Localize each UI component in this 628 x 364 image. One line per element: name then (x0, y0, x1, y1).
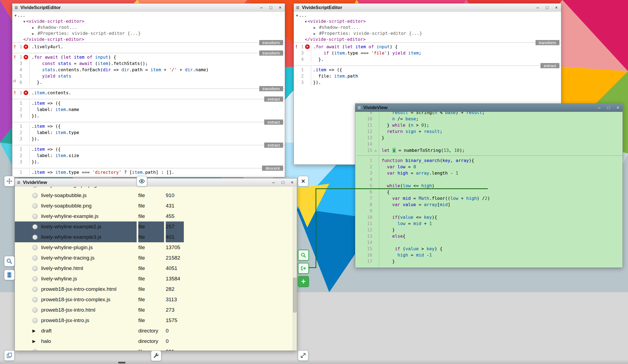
close-button[interactable]: × (615, 104, 620, 112)
menu-icon[interactable]: ≡ (17, 178, 20, 187)
list-item[interactable]: lively-whyline.htmlfile4051 (15, 263, 293, 274)
maximize-button[interactable]: □ (606, 104, 611, 112)
script-step-editor[interactable]: transform!1×.for await (let item of inpu… (294, 42, 561, 63)
code-block[interactable]: 1function binary_search(key, array){2 va… (357, 155, 623, 265)
file-icon (32, 308, 38, 313)
file-icon (32, 318, 38, 323)
code-line: 3}). (12, 136, 285, 142)
maximize-button[interactable]: □ (280, 178, 285, 187)
tree-node[interactable]: </vivide-script-editor> (12, 36, 285, 42)
list-item[interactable]: lively-whyline.jsfile13584 (15, 274, 293, 284)
dataflow-connection-line (316, 188, 316, 268)
minimize-button[interactable]: – (259, 4, 264, 12)
script-step-editor[interactable]: extract1.item => ({2 file: item.path3}). (294, 66, 561, 86)
file-list: lively-module-graph.pngfile4104lively-so… (15, 187, 293, 351)
titlebar[interactable]: ≡ VivideScriptEditor – □ × (12, 4, 285, 12)
list-item[interactable]: lively-whyline-tracing.jsfile21582 (15, 253, 293, 263)
minimize-button[interactable]: – (271, 178, 276, 187)
list-item[interactable]: lively-whyline-example.jsfile455 (15, 211, 293, 221)
tree-node[interactable]: ▼<vivide-script-editor> (294, 18, 561, 24)
maximize-button[interactable]: □ (545, 4, 550, 12)
window-title: VivideView (363, 105, 387, 110)
list-item[interactable]: proweb18-jsx-intro-complex.htmlfile282 (15, 284, 293, 294)
directory-expand-icon[interactable]: ▶ (32, 326, 36, 336)
dom-tree[interactable]: ▼...▼<vivide-script-editor>▶ #shadow-roo… (12, 12, 285, 42)
inspect-step-button[interactable] (298, 250, 309, 261)
code-line: 16 high = mid -1 (357, 252, 623, 258)
code-line: 9 (357, 208, 623, 214)
code-line: 1.item => item.type === 'directory' ? [i… (12, 169, 285, 175)
code-line: 5 while(low <= high) (357, 183, 623, 189)
halo-resize-button[interactable] (298, 350, 308, 361)
list-item[interactable]: lively-soapbubble.jsfile910 (15, 190, 293, 201)
close-button[interactable]: × (290, 178, 295, 187)
menu-icon[interactable]: ≡ (15, 4, 18, 12)
code-line: 3 if (item.type === 'file') yield item; (294, 50, 561, 56)
scrollbar-thumb[interactable] (293, 278, 297, 312)
file-icon (32, 187, 38, 188)
menu-icon[interactable]: ≡ (296, 4, 299, 12)
list-item[interactable]: proweb18-jsx-intro.htmlfile273 (15, 305, 293, 315)
tree-node[interactable]: ▶ #shadow-root... (12, 24, 285, 30)
script-step-editor[interactable]: extract1.item => ({2 label: item.size3})… (12, 145, 285, 166)
plus-icon: + (301, 277, 306, 286)
titlebar[interactable]: ≡ VivideScriptEditor – □ × (294, 4, 561, 12)
tree-node[interactable]: ▼<vivide-script-editor> (12, 18, 285, 24)
script-step-editor[interactable]: extract1.item => ({2 label: item.name3})… (12, 99, 285, 120)
section-type-badge: transform (259, 86, 283, 91)
halo-wrench-button[interactable] (151, 351, 161, 361)
code-line: 11 } while (n > 0); (357, 122, 623, 128)
tree-node[interactable]: </vivide-script-editor> (294, 36, 561, 42)
code-line: 3 const stats = await (item).fetchStats(… (12, 60, 285, 67)
close-button[interactable]: × (554, 4, 559, 12)
list-item[interactable]: lively-whyline-plugin.jsfile13705 (15, 242, 293, 253)
script-step-editor[interactable]: descent1.item => item.type === 'director… (12, 168, 285, 176)
tree-node[interactable]: ▶ #Properties: vivide-script-editor {...… (12, 30, 285, 36)
list-item[interactable]: ▶draftdirectory0 (15, 326, 293, 336)
list-item[interactable]: lively-soapbubble.pngfile431 (15, 201, 293, 211)
titlebar[interactable]: ≡ VivideView – □ × (355, 104, 623, 112)
halo-move-button[interactable] (4, 176, 15, 186)
code-block[interactable]: 9 result = String(n % base) + result;10 … (357, 112, 623, 153)
dom-tree[interactable]: ▼...▼<vivide-script-editor>▶ #shadow-roo… (294, 12, 561, 42)
tree-node[interactable]: ▼... (294, 12, 561, 18)
scrollbar[interactable] (293, 187, 297, 351)
close-button[interactable]: × (278, 4, 283, 12)
titlebar[interactable]: ≡ VivideView – □ × (15, 178, 297, 187)
menu-icon[interactable]: ≡ (357, 104, 361, 112)
minimize-button[interactable]: – (597, 104, 602, 112)
halo-copy-button[interactable] (4, 350, 15, 361)
data-source-button[interactable] (4, 270, 15, 280)
script-step-editor[interactable]: transform!1×.for await (let item of inpu… (12, 53, 285, 86)
file-list-body: lively-module-graph.pngfile4104lively-so… (15, 187, 297, 351)
view-search-button[interactable] (4, 256, 15, 266)
tree-node[interactable]: ▼... (12, 12, 285, 18)
script-step-editor[interactable]: transform!1×.item.contents. (12, 89, 285, 97)
list-item[interactable]: file221 (15, 346, 293, 351)
list-item[interactable]: ▶halodirectory0 (15, 336, 293, 346)
maximize-button[interactable]: □ (268, 4, 273, 12)
list-item[interactable]: lively-whyline-example2.jsfile257 (15, 221, 293, 232)
window-controls: – □ × (259, 4, 283, 12)
list-item[interactable]: lively-whyline-example3.jsfile401 (15, 232, 293, 242)
halo-close-button[interactable]: × (298, 176, 308, 186)
add-view-button[interactable]: + (298, 276, 309, 287)
tree-node[interactable]: ▶ #shadow-root... (294, 24, 561, 30)
connect-view-button[interactable] (298, 263, 309, 274)
list-item[interactable]: lively-module-graph.pngfile4104 (15, 187, 293, 190)
script-step-editor[interactable]: transform!1×.lively4url. (12, 42, 285, 51)
directory-expand-icon[interactable]: ▶ (32, 336, 36, 346)
code-line: 3}). (12, 113, 285, 119)
code-line: !1×.for await (let item of input) { (294, 44, 561, 50)
section-type-badge: descent (262, 166, 283, 171)
script-step-editor[interactable]: extract1.item => ({2 label: item.type3})… (12, 122, 285, 143)
revert-icon[interactable]: ↺ (13, 77, 16, 83)
minimize-button[interactable]: – (535, 4, 540, 12)
list-item[interactable]: proweb18-jsx-intro-complex.jsfile3113 (15, 294, 293, 305)
list-item[interactable]: proweb18-jsx-intro.jsfile1575 (15, 315, 293, 326)
halo-inspect-button[interactable] (137, 176, 147, 186)
close-icon: × (301, 176, 305, 186)
code-pane[interactable]: 9 result = String(n % base) + result;10 … (355, 112, 623, 268)
tree-node[interactable]: ▶ #Properties: vivide-script-editor {...… (294, 30, 561, 36)
section-type-badge: transform (259, 40, 283, 45)
